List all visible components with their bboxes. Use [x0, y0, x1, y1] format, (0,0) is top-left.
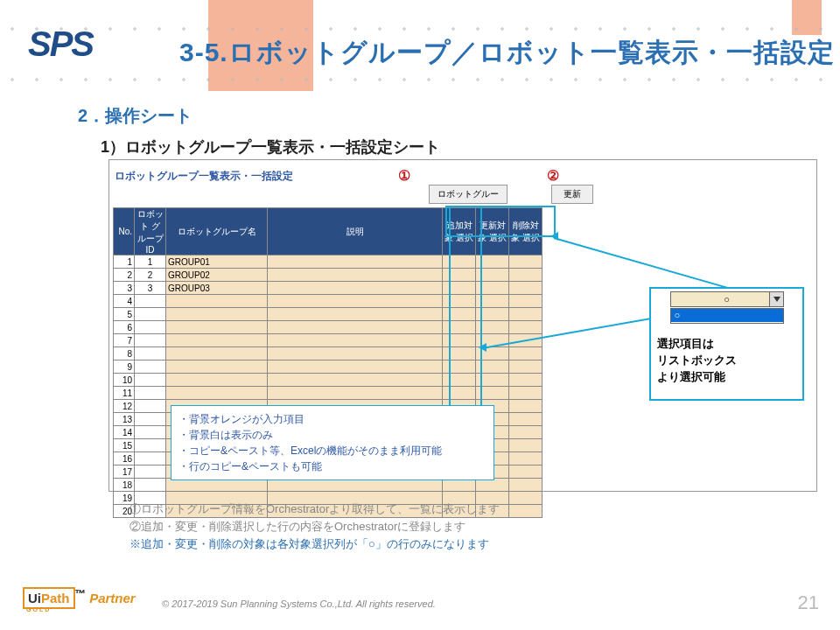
- screenshot-panel: ロボットグループ一覧表示・一括設定 ① ② ロボットグループ取得 更新 No. …: [108, 159, 817, 492]
- combo-value: ○: [671, 292, 783, 306]
- arrow-head-2: [479, 343, 486, 352]
- subsection-heading: 1）ロボットグループ一覧表示・一括設定シート: [101, 136, 440, 158]
- decor-dots: [0, 26, 840, 32]
- col-desc: 説明: [268, 208, 443, 256]
- sps-logo: SPS: [28, 24, 93, 64]
- note-line: ・コピー&ペースト等、Excelの機能がそのまま利用可能: [178, 443, 486, 458]
- note-line: ・行のコピー&ペーストも可能: [178, 458, 486, 474]
- listbox-combo[interactable]: ○: [670, 291, 784, 307]
- desc-1: ①ロボットグループ情報をOrchestratorより取得して、一覧に表示します: [130, 500, 500, 518]
- popup-text-1: 選択項目は: [657, 336, 796, 353]
- note-line: ・背景白は表示のみ: [178, 427, 486, 443]
- marker-1: ①: [398, 167, 410, 184]
- uipath-partner-logo: UiPath™ Partner GOLD: [23, 588, 136, 612]
- decor-dots: [0, 77, 840, 82]
- listbox-dropdown[interactable]: ○: [670, 308, 784, 324]
- copyright: © 2017-2019 Sun Planning Systems Co.,Ltd…: [162, 598, 436, 609]
- section-heading: 2．操作シート: [78, 104, 192, 128]
- note-line: ・背景オレンジが入力項目: [178, 411, 486, 427]
- listbox-option[interactable]: ○: [671, 309, 783, 322]
- update-button[interactable]: 更新: [551, 185, 593, 204]
- popup-text-3: より選択可能: [657, 369, 796, 386]
- chevron-down-icon[interactable]: [769, 292, 783, 306]
- col-name: ロボットグループ名: [166, 208, 268, 256]
- col-gid: ロボット グループID: [135, 208, 166, 256]
- marker-2: ②: [547, 167, 559, 184]
- notes-box: ・背景オレンジが入力項目 ・背景白は表示のみ ・コピー&ペースト等、Excelの…: [171, 405, 494, 480]
- desc-warning: ※追加・変更・削除の対象は各対象選択列が「○」の行のみになります: [130, 536, 500, 553]
- fetch-group-button[interactable]: ロボットグループ取得: [429, 185, 508, 204]
- listbox-popup: ○ ○ 選択項目は リストボックス より選択可能: [649, 287, 804, 401]
- page-number: 21: [798, 592, 819, 614]
- panel-heading: ロボットグループ一覧表示・一括設定: [115, 169, 293, 184]
- desc-2: ②追加・変更・削除選択した行の内容をOrchestratorに登録します: [130, 518, 500, 536]
- popup-text-2: リストボックス: [657, 353, 796, 369]
- arrow-head-1: [550, 232, 558, 241]
- col-no: No.: [114, 208, 135, 256]
- highlight-add-column: [449, 206, 482, 433]
- page-title: 3-5.ロボットグループ／ロボット一覧表示・一括設定: [179, 35, 835, 71]
